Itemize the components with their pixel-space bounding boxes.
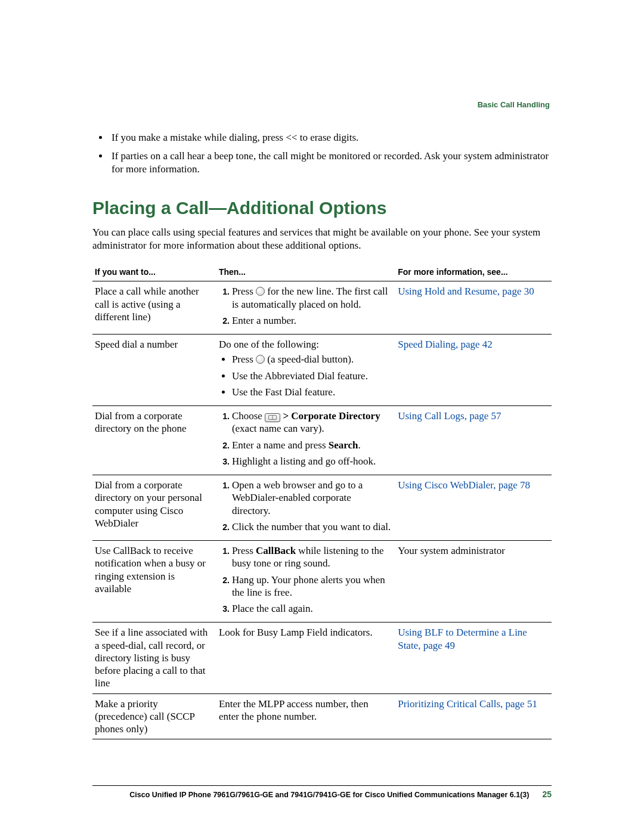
table-header: For more information, see... bbox=[395, 264, 552, 281]
section-heading: Placing a Call—Additional Options bbox=[92, 197, 552, 219]
cell-want: Dial from a corporate directory on your … bbox=[92, 475, 216, 541]
cell-want: Speed dial a number bbox=[92, 335, 216, 406]
cell-want: Use CallBack to receive notification whe… bbox=[92, 541, 216, 623]
option: Use the Abbreviated Dial feature. bbox=[232, 370, 391, 382]
cell-want: Make a priority (precedence) call (SCCP … bbox=[92, 693, 216, 739]
table-row: Dial from a corporate directory on the p… bbox=[92, 406, 552, 475]
cell-info: Speed Dialing, page 42 bbox=[395, 335, 552, 406]
table-row: Use CallBack to receive notification whe… bbox=[92, 541, 552, 623]
cross-ref-link[interactable]: Speed Dialing, page 42 bbox=[398, 339, 493, 350]
table-header: If you want to... bbox=[92, 264, 216, 281]
cell-info: Prioritizing Critical Calls, page 51 bbox=[395, 693, 552, 739]
text-bold: Search bbox=[329, 439, 358, 451]
table-row: Place a call while another call is activ… bbox=[92, 281, 552, 335]
step: Place the call again. bbox=[232, 602, 391, 615]
step: Press CallBack while listening to the bu… bbox=[232, 544, 391, 570]
footer-page-number: 25 bbox=[542, 789, 552, 800]
document-page: Basic Call Handling If you make a mistak… bbox=[0, 0, 644, 833]
table-row: Dial from a corporate directory on your … bbox=[92, 475, 552, 541]
cell-info: Your system administrator bbox=[395, 541, 552, 623]
table-header: Then... bbox=[216, 264, 395, 281]
text: Press bbox=[232, 354, 256, 365]
cell-then: Press for the new line. The first call i… bbox=[216, 281, 395, 335]
chapter-tag: Basic Call Handling bbox=[478, 100, 550, 110]
text: Do one of the following: bbox=[219, 338, 391, 351]
text: . bbox=[358, 439, 361, 451]
text: Enter a name and press bbox=[232, 439, 329, 451]
cross-ref-link[interactable]: Using Cisco WebDialer, page 78 bbox=[398, 479, 530, 491]
section-lead: You can place calls using special featur… bbox=[92, 226, 552, 252]
cell-then: Choose > Corporate Directory (exact name… bbox=[216, 406, 395, 475]
line-button-icon bbox=[256, 355, 265, 364]
cell-info: Using Hold and Resume, page 30 bbox=[395, 281, 552, 335]
cell-then: Press CallBack while listening to the bu… bbox=[216, 541, 395, 623]
step: Enter a name and press Search. bbox=[232, 439, 391, 451]
step: Hang up. Your phone alerts you when the … bbox=[232, 574, 391, 599]
text-bold: CallBack bbox=[256, 545, 296, 556]
intro-bullet: If you make a mistake while dialing, pre… bbox=[109, 131, 552, 144]
step: Enter a number. bbox=[232, 314, 391, 327]
text: Press bbox=[232, 286, 256, 297]
page-footer: Cisco Unified IP Phone 7961G/7961G-GE an… bbox=[92, 785, 552, 800]
table-header-row: If you want to... Then... For more infor… bbox=[92, 264, 552, 281]
text: Choose bbox=[232, 410, 265, 422]
step: Open a web browser and go to a WebDialer… bbox=[232, 479, 391, 517]
cell-want: Place a call while another call is activ… bbox=[92, 281, 216, 335]
cell-info: Using Cisco WebDialer, page 78 bbox=[395, 475, 552, 541]
table-row: Make a priority (precedence) call (SCCP … bbox=[92, 693, 552, 739]
table-row: See if a line associated with a speed-di… bbox=[92, 623, 552, 693]
cell-want: Dial from a corporate directory on the p… bbox=[92, 406, 216, 475]
text-bold: > Corporate Directory bbox=[280, 410, 380, 422]
cell-then: Enter the MLPP access number, then enter… bbox=[216, 693, 395, 739]
line-button-icon bbox=[256, 287, 265, 296]
cell-then: Look for Busy Lamp Field indicators. bbox=[216, 623, 395, 693]
footer-doc-title: Cisco Unified IP Phone 7961G/7961G-GE an… bbox=[129, 791, 529, 800]
cell-then: Do one of the following: Press (a speed-… bbox=[216, 335, 395, 406]
cell-info: Using Call Logs, page 57 bbox=[395, 406, 552, 475]
cell-info: Using BLF to Determine a Line State, pag… bbox=[395, 623, 552, 693]
directories-button-icon bbox=[265, 413, 280, 422]
cross-ref-link[interactable]: Using Call Logs, page 57 bbox=[398, 410, 501, 422]
cross-ref-link[interactable]: Using Hold and Resume, page 30 bbox=[398, 286, 534, 297]
option: Press (a speed-dial button). bbox=[232, 353, 391, 366]
step: Highlight a listing and go off-hook. bbox=[232, 455, 391, 467]
cell-then: Open a web browser and go to a WebDialer… bbox=[216, 475, 395, 541]
step: Choose > Corporate Directory (exact name… bbox=[232, 410, 391, 435]
intro-bullet: If parties on a call hear a beep tone, t… bbox=[109, 150, 552, 175]
cell-want: See if a line associated with a speed-di… bbox=[92, 623, 216, 693]
feature-table: If you want to... Then... For more infor… bbox=[92, 264, 552, 740]
text: (a speed-dial button). bbox=[265, 354, 354, 365]
step: Click the number that you want to dial. bbox=[232, 521, 391, 533]
option: Use the Fast Dial feature. bbox=[232, 386, 391, 398]
step: Press for the new line. The first call i… bbox=[232, 285, 391, 311]
text: Press bbox=[232, 545, 256, 556]
intro-bullet-list: If you make a mistake while dialing, pre… bbox=[92, 131, 552, 175]
text: (exact name can vary). bbox=[232, 423, 324, 434]
cross-ref-link[interactable]: Prioritizing Critical Calls, page 51 bbox=[398, 698, 537, 710]
cross-ref-link[interactable]: Using BLF to Determine a Line State, pag… bbox=[398, 627, 527, 651]
table-row: Speed dial a number Do one of the follow… bbox=[92, 335, 552, 406]
